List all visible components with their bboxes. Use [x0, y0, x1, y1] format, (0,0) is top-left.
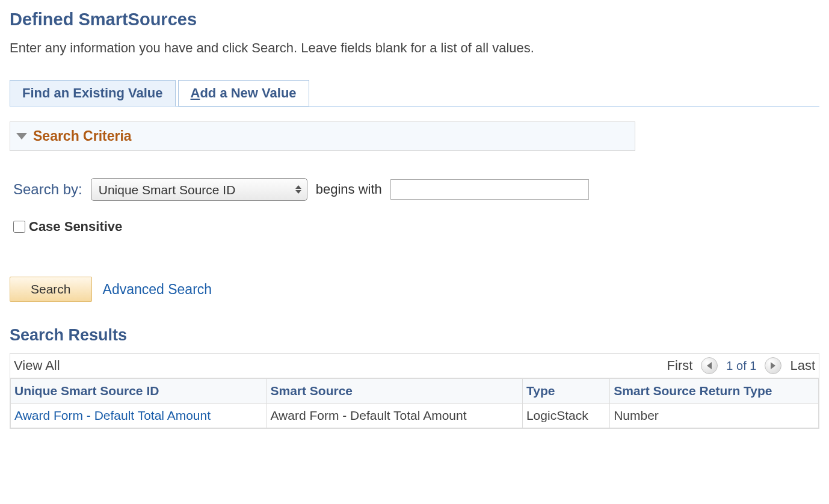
col-unique-id[interactable]: Unique Smart Source ID [11, 379, 267, 404]
table-row[interactable]: Award Form - Default Total Amount Award … [11, 404, 819, 428]
table-header-row: Unique Smart Source ID Smart Source Type… [11, 379, 819, 404]
advanced-search-link[interactable]: Advanced Search [103, 281, 212, 298]
col-smart-source[interactable]: Smart Source [267, 379, 522, 404]
search-button[interactable]: Search [10, 277, 92, 302]
cell-unique-id: Award Form - Default Total Amount [11, 404, 267, 428]
case-sensitive-row: Case Sensitive [10, 219, 819, 235]
chevron-left-icon [707, 362, 712, 369]
pager-next-button[interactable] [765, 357, 781, 374]
chevron-right-icon [771, 362, 775, 369]
pager-prev-button[interactable] [701, 357, 718, 374]
case-sensitive-label[interactable]: Case Sensitive [29, 219, 122, 235]
view-all-link[interactable]: View All [14, 358, 60, 373]
pager-position: 1 of 1 [726, 359, 756, 373]
pager-last-label[interactable]: Last [790, 358, 815, 373]
page-title: Defined SmartSources [10, 10, 819, 29]
search-criteria-header[interactable]: Search Criteria [10, 121, 635, 151]
search-field-select[interactable]: Unique Smart Source ID [91, 178, 307, 201]
cell-smart-source: Award Form - Default Total Amount [267, 404, 522, 428]
col-return-type[interactable]: Smart Source Return Type [610, 379, 819, 404]
cell-type: LogicStack [522, 404, 609, 428]
collapse-triangle-icon [16, 133, 27, 140]
page-instructions: Enter any information you have and click… [10, 40, 819, 56]
tab-find-label: Find an Existing Value [22, 85, 163, 100]
tab-add-new[interactable]: Add a New Value [178, 80, 309, 106]
search-criteria-label: Search Criteria [33, 128, 132, 144]
action-row: Search Advanced Search [10, 277, 819, 302]
results-grid: View All First 1 of 1 Last Unique Smart … [10, 353, 819, 429]
case-sensitive-checkbox[interactable] [13, 221, 25, 233]
search-by-label: Search by: [13, 181, 82, 198]
result-id-link[interactable]: Award Form - Default Total Amount [14, 408, 211, 422]
tab-add-suffix: dd a New Value [200, 85, 296, 100]
search-value-input[interactable] [390, 179, 589, 200]
results-pager: First 1 of 1 Last [667, 357, 815, 374]
cell-return-type: Number [610, 404, 819, 428]
begins-with-label: begins with [316, 182, 382, 197]
tab-strip: Find an Existing Value Add a New Value [10, 80, 819, 106]
search-field-select-wrap: Unique Smart Source ID [91, 178, 307, 201]
pager-first-label[interactable]: First [667, 358, 693, 373]
col-type[interactable]: Type [522, 379, 609, 404]
results-grid-header: View All First 1 of 1 Last [10, 354, 819, 378]
search-by-row: Search by: Unique Smart Source ID begins… [10, 178, 819, 201]
tab-add-access-key: A [191, 85, 200, 100]
search-results-title: Search Results [10, 326, 819, 345]
results-table: Unique Smart Source ID Smart Source Type… [10, 378, 819, 428]
tab-find-existing[interactable]: Find an Existing Value [10, 80, 176, 106]
